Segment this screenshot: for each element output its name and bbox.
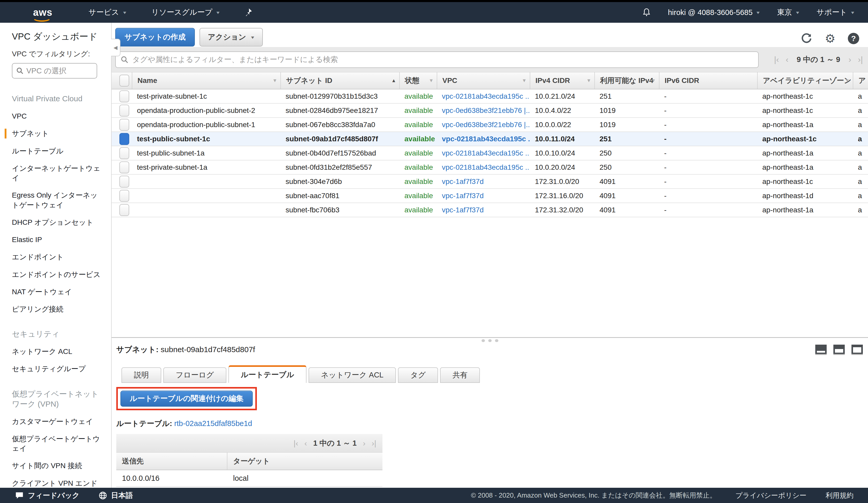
column-header-az-id[interactable]: ア bbox=[853, 72, 868, 89]
create-subnet-button[interactable]: サブネットの作成 bbox=[115, 28, 195, 46]
vpc-link[interactable]: vpc-1af7f37d bbox=[437, 175, 530, 188]
panel-splitter[interactable] bbox=[112, 337, 868, 343]
splitter-handle-icon[interactable] bbox=[482, 339, 498, 342]
sidebar-item-network-acl[interactable]: ネットワーク ACL bbox=[12, 347, 104, 356]
prev-page-icon[interactable]: ‹ bbox=[304, 439, 307, 448]
column-header-az[interactable]: アベイラビリティーゾーン▼ bbox=[757, 72, 853, 89]
tab-sharing[interactable]: 共有 bbox=[440, 367, 480, 383]
terms-of-use-link[interactable]: 利用規約 bbox=[826, 491, 854, 500]
checkbox[interactable] bbox=[120, 119, 129, 131]
table-row[interactable]: subnet-fbc706b3 available vpc-1af7f37d 1… bbox=[112, 203, 868, 217]
prev-page-icon[interactable]: ‹ bbox=[786, 55, 788, 64]
nav-services[interactable]: サービス▼ bbox=[89, 7, 127, 18]
last-page-icon[interactable]: ›| bbox=[372, 439, 376, 448]
column-header-state[interactable]: 状態▼ bbox=[399, 72, 437, 89]
checkbox[interactable] bbox=[120, 75, 129, 86]
tab-tags[interactable]: タグ bbox=[398, 367, 438, 383]
column-header-subnet-id[interactable]: サブネット ID▲ bbox=[280, 72, 399, 89]
checkbox-checked[interactable] bbox=[120, 133, 129, 145]
panel-size-small-icon[interactable] bbox=[815, 345, 827, 355]
sidebar-item-peering[interactable]: ピアリング接続 bbox=[12, 304, 104, 314]
sidebar-item-nat-gateways[interactable]: NAT ゲートウェイ bbox=[12, 287, 104, 296]
checkbox[interactable] bbox=[120, 190, 129, 202]
language-button[interactable]: 日本語 bbox=[99, 491, 133, 500]
last-page-icon[interactable]: ›| bbox=[858, 55, 863, 64]
vpc-filter-box[interactable] bbox=[12, 63, 97, 78]
vpc-filter-input[interactable] bbox=[27, 67, 93, 75]
vpc-link[interactable]: vpc-0ed638be3f21ebb76 |... bbox=[437, 118, 530, 132]
nav-pin-shortcut[interactable] bbox=[245, 8, 252, 17]
sidebar-item-security-groups[interactable]: セキュリティグループ bbox=[12, 364, 104, 374]
tab-route-table[interactable]: ルートテーブル bbox=[228, 365, 307, 383]
sidebar-item-route-tables[interactable]: ルートテーブル bbox=[12, 146, 104, 156]
column-header-ipv4-cidr[interactable]: IPv4 CIDR▼ bbox=[530, 72, 595, 89]
checkbox[interactable] bbox=[120, 91, 129, 102]
sidebar-item-egress-only-igw[interactable]: Egress Only インターネットゲートウェイ bbox=[12, 190, 104, 210]
table-row[interactable]: test-private-subnet-1a subnet-0fd31b2ef2… bbox=[112, 160, 868, 175]
sidebar-item-elastic-ip[interactable]: Elastic IP bbox=[12, 235, 104, 244]
vpc-link[interactable]: vpc-02181ab43ecda195c ... bbox=[437, 146, 530, 160]
vpc-link[interactable]: vpc-1af7f37d bbox=[437, 203, 530, 217]
sidebar-item-internet-gateways[interactable]: インターネットゲートウェイ bbox=[12, 164, 104, 183]
account-menu[interactable]: hiroki @ 4088-3606-5685▼ bbox=[668, 8, 760, 17]
column-header-available-ipv4[interactable]: 利用可能な IPv4▼ bbox=[595, 72, 659, 89]
tab-flow-logs[interactable]: フローログ bbox=[163, 367, 226, 383]
table-row[interactable]: test-private-subnet-1c subnet-0129970b31… bbox=[112, 90, 868, 104]
next-page-icon[interactable]: › bbox=[363, 439, 365, 448]
route-table-link[interactable]: rtb-02aa215dfaf85be1d bbox=[174, 419, 252, 428]
sidebar-item-client-vpn-endpoints[interactable]: クライアント VPN エンドポイント bbox=[12, 479, 104, 488]
table-row[interactable]: subnet-304e7d6b available vpc-1af7f37d 1… bbox=[112, 175, 868, 189]
refresh-icon[interactable] bbox=[800, 33, 813, 44]
panel-size-large-icon[interactable] bbox=[851, 345, 863, 355]
next-page-icon[interactable]: › bbox=[848, 55, 851, 64]
first-page-icon[interactable]: |‹ bbox=[774, 55, 779, 64]
column-header-name[interactable]: Name▼ bbox=[132, 72, 280, 89]
panel-size-medium-icon[interactable] bbox=[833, 345, 845, 355]
sidebar-collapse-button[interactable]: ◀ bbox=[111, 39, 121, 56]
column-header-vpc[interactable]: VPC▼ bbox=[437, 72, 530, 89]
actions-button[interactable]: アクション▼ bbox=[199, 28, 263, 46]
table-search-input[interactable] bbox=[132, 55, 754, 64]
sidebar-item-subnets[interactable]: サブネット bbox=[5, 129, 104, 138]
column-header-ipv6-cidr[interactable]: IPv6 CIDR bbox=[659, 72, 757, 89]
sidebar-item-vpc[interactable]: VPC bbox=[12, 111, 104, 121]
sidebar-item-customer-gateways[interactable]: カスタマーゲートウェイ bbox=[12, 417, 104, 426]
privacy-policy-link[interactable]: プライバシーポリシー bbox=[735, 491, 806, 500]
feedback-button[interactable]: フィードバック bbox=[15, 491, 80, 500]
vpc-link[interactable]: vpc-02181ab43ecda195c ... bbox=[437, 160, 530, 174]
select-all-checkbox[interactable] bbox=[112, 72, 132, 89]
table-row[interactable]: test-public-subnet-1a subnet-0b40d7ef157… bbox=[112, 146, 868, 160]
sidebar-item-site-to-site-vpn[interactable]: サイト間の VPN 接続 bbox=[12, 461, 104, 470]
edit-route-table-association-button[interactable]: ルートテーブルの関連付けの編集 bbox=[121, 391, 253, 407]
checkbox[interactable] bbox=[120, 105, 129, 116]
notifications-bell[interactable] bbox=[642, 8, 651, 17]
column-header-target[interactable]: ターゲット bbox=[227, 453, 382, 470]
sidebar-item-virtual-private-gateways[interactable]: 仮想プライベートゲートウェイ bbox=[12, 434, 104, 453]
sidebar-item-endpoint-services[interactable]: エンドポイントのサービス bbox=[12, 270, 104, 279]
checkbox[interactable] bbox=[120, 176, 129, 188]
gear-icon[interactable]: ⚙ bbox=[825, 33, 835, 44]
tab-description[interactable]: 説明 bbox=[122, 367, 161, 383]
vpc-link[interactable]: vpc-02181ab43ecda195c ... bbox=[437, 90, 530, 103]
nav-resource-groups[interactable]: リソースグループ▼ bbox=[152, 7, 220, 18]
first-page-icon[interactable]: |‹ bbox=[293, 439, 298, 448]
vpc-link[interactable]: vpc-02181ab43ecda195c ... bbox=[437, 132, 530, 146]
support-menu[interactable]: サポート▼ bbox=[817, 7, 855, 18]
sidebar-item-endpoints[interactable]: エンドポイント bbox=[12, 252, 104, 262]
checkbox[interactable] bbox=[120, 204, 129, 216]
column-header-destination[interactable]: 送信先 bbox=[116, 453, 227, 470]
table-row[interactable]: opendata-production-public-subnet-1 subn… bbox=[112, 118, 868, 132]
table-row[interactable]: subnet-aac70f81 available vpc-1af7f37d 1… bbox=[112, 189, 868, 203]
table-row-selected[interactable]: test-public-subnet-1c subnet-09ab1d7cf48… bbox=[112, 132, 868, 146]
route-row[interactable]: 10.0.0.0/16 local bbox=[116, 470, 382, 487]
tab-network-acl[interactable]: ネットワーク ACL bbox=[309, 367, 396, 383]
aws-logo[interactable]: aws bbox=[33, 7, 52, 18]
help-icon[interactable]: ? bbox=[848, 33, 859, 44]
vpc-link[interactable]: vpc-0ed638be3f21ebb76 |... bbox=[437, 104, 530, 117]
table-row[interactable]: opendata-production-public-subnet-2 subn… bbox=[112, 104, 868, 118]
sidebar-item-dhcp-options[interactable]: DHCP オプションセット bbox=[12, 218, 104, 227]
vpc-link[interactable]: vpc-1af7f37d bbox=[437, 189, 530, 202]
region-menu[interactable]: 東京▼ bbox=[777, 7, 799, 18]
checkbox[interactable] bbox=[120, 161, 129, 174]
table-search-box[interactable] bbox=[115, 51, 759, 68]
